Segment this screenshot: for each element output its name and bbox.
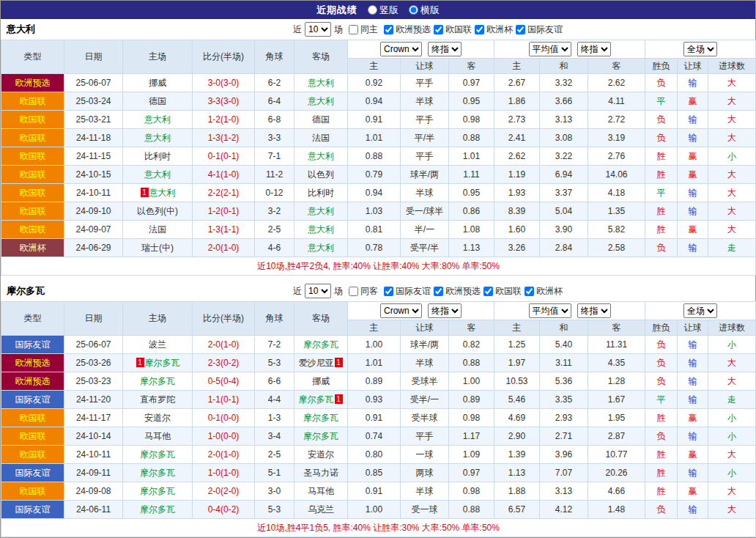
- same-venue-checkbox[interactable]: [349, 25, 358, 34]
- away-team-cell: 德国: [294, 111, 348, 129]
- competition-filter[interactable]: 欧洲预选: [431, 285, 481, 298]
- scope-select[interactable]: 全场: [683, 42, 717, 56]
- competition-filter[interactable]: 欧洲杯: [522, 285, 563, 298]
- odds-stage-select[interactable]: 终指: [428, 42, 462, 56]
- euro-home-odds-cell: 3.26: [494, 239, 540, 257]
- competition-checkbox[interactable]: [434, 25, 443, 34]
- score-text: 0-1(0-1): [208, 151, 240, 161]
- handicap-result-cell: 赢: [678, 92, 708, 111]
- scope-select[interactable]: 全场: [683, 303, 717, 318]
- handicap-away-odds-cell: 0.95: [449, 184, 494, 202]
- euro-draw-odds-cell: 2.93: [540, 409, 588, 427]
- handicap-home-odds-cell: 0.85: [348, 464, 401, 482]
- layout-option-horizontal[interactable]: 横版: [409, 4, 440, 17]
- result-cell: 胜: [645, 464, 678, 482]
- layout-option-vertical[interactable]: 竖版: [368, 4, 399, 17]
- corner-cell: 3-0: [255, 482, 294, 501]
- handicap-line-cell: 平手: [401, 427, 449, 446]
- euro-home-odds-cell: 8.39: [494, 202, 540, 221]
- match-row: 欧国联24-11-17安道尔0-1(0-0)1-3摩尔多瓦0.91受半球0.98…: [1, 409, 756, 427]
- match-date-cell: 24-11-18: [64, 129, 123, 147]
- competition-checkbox[interactable]: [384, 287, 393, 296]
- match-date-cell: 25-06-07: [64, 336, 123, 354]
- match-row: 欧国联24-10-15意大利4-1(1-0)11-2以色列0.79球半/两1.1…: [1, 166, 756, 184]
- away-team-cell: 以色列: [294, 166, 348, 184]
- team-label: 意大利: [144, 133, 171, 143]
- competition-checkbox[interactable]: [516, 25, 525, 34]
- home-team-cell: 摩尔多瓦: [123, 372, 193, 391]
- col-header-home: 主场: [123, 302, 193, 336]
- euro-away-odds-cell: 2.58: [588, 239, 645, 257]
- handicap-away-odds-cell: 1.13: [449, 239, 494, 257]
- same-venue-filter[interactable]: 同主: [346, 23, 378, 36]
- competition-checkbox[interactable]: [483, 287, 493, 296]
- euro-draw-odds-cell: 3.08: [540, 129, 588, 147]
- bookmaker-select[interactable]: Crown: [380, 42, 422, 56]
- home-team-cell: 摩尔多瓦: [123, 482, 193, 501]
- euro-home-odds-cell: 1.93: [494, 184, 540, 202]
- euro-home-odds-cell: 5.46: [494, 391, 540, 409]
- odds-stage-select[interactable]: 终指: [428, 303, 462, 318]
- competition-checkbox[interactable]: [475, 25, 484, 34]
- same-venue-filter[interactable]: 同客: [346, 285, 378, 298]
- euro-draw-odds-cell: 3.37: [540, 184, 588, 202]
- bookmaker-select[interactable]: Crown: [380, 303, 422, 318]
- vertical-layout-radio[interactable]: [368, 5, 377, 15]
- goals-result-cell: 大: [708, 129, 756, 147]
- score-text: 2-2(2-1): [208, 188, 240, 198]
- score-cell: 0-5(0-4): [193, 372, 255, 391]
- handicap-result-cell: 输: [678, 354, 708, 372]
- team-label: 爱沙尼亚: [299, 358, 334, 368]
- match-date-cell: 24-06-11: [64, 501, 123, 519]
- matches-table: 类型 日期 主场 比分(半场) 角球 客场 Crown终指 平均值终指 全场: [1, 301, 756, 537]
- team-label: 安道尔: [144, 413, 171, 423]
- recent-count-select[interactable]: 10: [305, 284, 331, 298]
- competition-filter[interactable]: 国际友谊: [513, 23, 563, 36]
- team-label: 德国: [149, 96, 166, 106]
- result-cell: 负: [645, 129, 678, 147]
- same-venue-checkbox[interactable]: [349, 287, 358, 296]
- handicap-line-cell: 受平/半: [401, 239, 449, 257]
- euro-source-select[interactable]: 平均值: [529, 42, 571, 56]
- euro-away-odds-cell: 2.87: [588, 427, 645, 446]
- horizontal-layout-radio[interactable]: [409, 5, 418, 15]
- away-team-cell: 法国: [294, 129, 348, 147]
- handicap-away-odds-cell: 1.17: [449, 427, 494, 446]
- match-type-cell: 欧国联: [1, 221, 64, 239]
- score-cell: 1-2(1-0): [193, 111, 255, 129]
- competition-filter[interactable]: 欧国联: [481, 285, 522, 298]
- competition-filter[interactable]: 欧洲杯: [472, 23, 513, 36]
- handicap-line-cell: 球半/两: [401, 166, 449, 184]
- score-cell: 1-1(0-1): [193, 391, 255, 409]
- home-team-cell: 摩尔多瓦: [123, 446, 193, 464]
- handicap-away-odds-cell: 1.08: [449, 221, 494, 239]
- recent-count-select[interactable]: 10: [305, 22, 331, 37]
- euro-stage-select[interactable]: 终指: [577, 303, 611, 318]
- euro-away-odds-cell: 4.35: [588, 354, 645, 372]
- match-type-cell: 欧国联: [1, 482, 64, 501]
- handicap-away-odds-cell: 0.89: [449, 391, 494, 409]
- goals-result-cell: 大: [708, 184, 756, 202]
- corner-cell: 6-4: [255, 92, 294, 111]
- team-label: 摩尔多瓦: [140, 449, 175, 460]
- goals-result-cell: 小: [708, 147, 756, 166]
- team-label: 摩尔多瓦: [303, 413, 338, 423]
- euro-home-odds-cell: 1.97: [494, 354, 540, 372]
- euro-away-odds-cell: 14.06: [588, 166, 645, 184]
- result-cell: 负: [645, 111, 678, 129]
- near-label: 近: [293, 285, 302, 298]
- euro-source-select[interactable]: 平均值: [529, 303, 571, 318]
- score-text: 1-3(1-1): [208, 224, 240, 235]
- team-label: 安道尔: [308, 449, 334, 460]
- competition-filter[interactable]: 欧国联: [431, 23, 472, 36]
- competition-filter[interactable]: 欧洲预选: [381, 23, 431, 36]
- euro-stage-select[interactable]: 终指: [577, 42, 611, 56]
- competition-checkbox[interactable]: [434, 287, 443, 296]
- subcol-handicap-result: 让球: [678, 59, 708, 74]
- competition-checkbox[interactable]: [384, 25, 393, 34]
- competition-checkbox[interactable]: [525, 287, 534, 296]
- euro-away-odds-cell: 11.31: [588, 336, 645, 354]
- competition-filter[interactable]: 国际友谊: [381, 285, 431, 298]
- handicap-home-odds-cell: 0.94: [348, 184, 401, 202]
- match-type-cell: 欧国联: [1, 166, 64, 184]
